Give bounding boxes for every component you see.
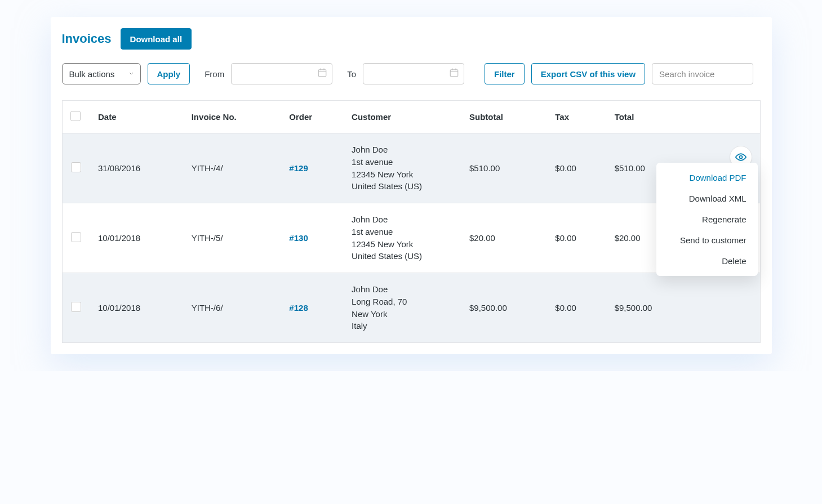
col-tax[interactable]: Tax xyxy=(547,101,606,133)
calendar-icon xyxy=(449,68,459,80)
cell-customer: John Doe1st avenue12345 New YorkUnited S… xyxy=(344,203,461,273)
calendar-icon xyxy=(317,68,327,80)
svg-rect-0 xyxy=(318,70,326,77)
row-checkbox[interactable] xyxy=(71,162,81,172)
cell-date: 10/01/2018 xyxy=(90,273,184,343)
cell-tax: $0.00 xyxy=(547,133,606,203)
cell-order: #128 xyxy=(281,273,344,343)
col-order[interactable]: Order xyxy=(281,101,344,133)
svg-point-8 xyxy=(739,155,742,158)
col-date[interactable]: Date xyxy=(90,101,184,133)
menu-delete[interactable]: Delete xyxy=(656,251,758,271)
cell-tax: $0.00 xyxy=(547,273,606,343)
col-subtotal[interactable]: Subtotal xyxy=(461,101,547,133)
table-row: 10/01/2018YITH-/5/#130John Doe1st avenue… xyxy=(62,203,760,273)
row-checkbox[interactable] xyxy=(71,302,81,312)
row-checkbox[interactable] xyxy=(71,232,81,242)
table-row: 10/01/2018YITH-/6/#128John DoeLong Road,… xyxy=(62,273,760,343)
from-date-input[interactable] xyxy=(231,63,332,84)
download-all-button[interactable]: Download all xyxy=(121,28,192,50)
page-title: Invoices xyxy=(62,32,112,46)
cell-order: #129 xyxy=(281,133,344,203)
search-input[interactable]: Search invoice xyxy=(652,63,753,84)
col-customer[interactable]: Customer xyxy=(344,101,461,133)
cell-tax: $0.00 xyxy=(547,203,606,273)
filter-button[interactable]: Filter xyxy=(485,63,525,84)
cell-subtotal: $9,500.00 xyxy=(461,273,547,343)
to-label: To xyxy=(347,69,356,79)
cell-actions: Download PDFDownload XMLRegenerateSend t… xyxy=(692,133,760,203)
cell-customer: John Doe1st avenue12345 New YorkUnited S… xyxy=(344,133,461,203)
eye-icon xyxy=(735,151,747,163)
row-actions-menu: Download PDFDownload XMLRegenerateSend t… xyxy=(656,163,758,276)
toolbar: Bulk actions Apply From To Filter Export… xyxy=(62,63,761,84)
bulk-actions-select[interactable]: Bulk actions xyxy=(62,63,141,84)
cell-actions xyxy=(692,273,760,343)
to-date-input[interactable] xyxy=(363,63,464,84)
menu-regenerate[interactable]: Regenerate xyxy=(656,209,758,230)
cell-subtotal: $510.00 xyxy=(461,133,547,203)
export-csv-button[interactable]: Export CSV of this view xyxy=(531,63,645,84)
cell-subtotal: $20.00 xyxy=(461,203,547,273)
cell-invoice-no: YITH-/5/ xyxy=(184,203,282,273)
col-invoice-no[interactable]: Invoice No. xyxy=(184,101,282,133)
select-all-checkbox[interactable] xyxy=(70,111,81,121)
cell-date: 31/08/2016 xyxy=(90,133,184,203)
order-link[interactable]: #130 xyxy=(289,233,308,243)
invoices-table: Date Invoice No. Order Customer Subtotal… xyxy=(62,100,761,343)
bulk-actions-label: Bulk actions xyxy=(69,69,115,79)
from-label: From xyxy=(205,69,224,79)
order-link[interactable]: #129 xyxy=(289,163,308,173)
table-row: 31/08/2016YITH-/4/#129John Doe1st avenue… xyxy=(62,133,760,203)
cell-invoice-no: YITH-/6/ xyxy=(184,273,282,343)
menu-send-to-customer[interactable]: Send to customer xyxy=(656,230,758,251)
invoices-panel: Invoices Download all Bulk actions Apply… xyxy=(51,17,772,354)
header-row: Invoices Download all xyxy=(62,28,761,50)
svg-rect-4 xyxy=(450,70,458,77)
order-link[interactable]: #128 xyxy=(289,303,308,313)
cell-date: 10/01/2018 xyxy=(90,203,184,273)
cell-total: $9,500.00 xyxy=(607,273,692,343)
cell-customer: John DoeLong Road, 70New YorkItaly xyxy=(344,273,461,343)
apply-button[interactable]: Apply xyxy=(148,63,190,84)
menu-download-xml[interactable]: Download XML xyxy=(656,188,758,209)
chevron-down-icon xyxy=(128,69,135,79)
col-total[interactable]: Total xyxy=(607,101,692,133)
search-placeholder: Search invoice xyxy=(659,69,714,79)
menu-download-pdf[interactable]: Download PDF xyxy=(656,167,758,188)
cell-invoice-no: YITH-/4/ xyxy=(184,133,282,203)
cell-order: #130 xyxy=(281,203,344,273)
